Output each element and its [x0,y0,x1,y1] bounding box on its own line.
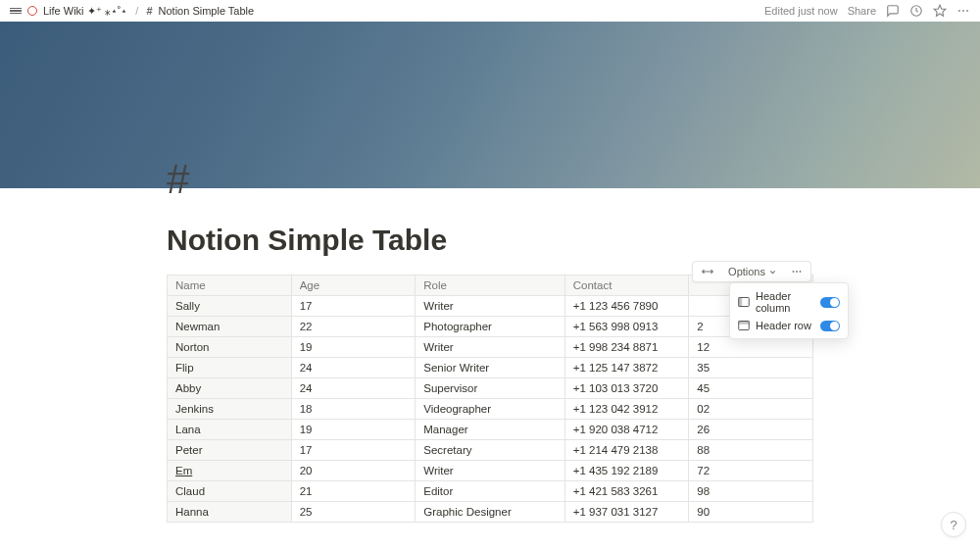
svg-point-6 [796,271,798,273]
edited-status: Edited just now [764,5,838,17]
col-age[interactable]: Age [291,276,416,296]
cell-contact[interactable]: +1 125 147 3872 [564,358,689,378]
svg-point-2 [958,10,960,12]
svg-rect-9 [739,298,742,307]
cell-contact[interactable]: +1 123 456 7890 [564,296,689,317]
table-row[interactable]: Peter17Secretary+1 214 479 213888 [168,440,813,461]
cell-contact[interactable]: +1 421 583 3261 [564,481,689,502]
cell-role[interactable]: Writer [416,296,564,317]
cell-age[interactable]: 24 [291,378,416,399]
table-row[interactable]: Norton19Writer+1 998 234 887112 [168,337,813,358]
cell-role[interactable]: Writer [416,337,564,358]
more-icon[interactable] [956,4,970,18]
cell-role[interactable]: Videographer [416,399,564,420]
cell-contact[interactable]: +1 123 042 3912 [564,399,689,420]
cell-role[interactable]: Manager [416,420,564,440]
col-role[interactable]: Role [416,276,564,296]
table-row[interactable]: Newman22Photographer+1 563 998 09132 [168,317,813,337]
option-header-column-label: Header column [756,290,814,314]
breadcrumb-page[interactable]: Notion Simple Table [159,5,255,17]
cell-age[interactable]: 17 [291,440,416,461]
table-row[interactable]: Lana19Manager+1 920 038 471226 [168,420,813,440]
cell-age[interactable]: 17 [291,296,416,317]
cell-role[interactable]: Photographer [416,317,564,337]
cell-extra[interactable]: 90 [689,502,813,523]
cell-name[interactable]: Hanna [168,502,292,523]
cell-role[interactable]: Graphic Designer [416,502,564,523]
cell-contact[interactable]: +1 920 038 4712 [564,420,689,440]
chevron-down-icon [768,268,777,276]
cell-name[interactable]: Newman [168,317,292,337]
page-title[interactable]: Notion Simple Table [167,188,813,257]
cell-name[interactable]: Jenkins [168,399,292,420]
toggle-header-row[interactable] [820,321,840,331]
table-more-button[interactable] [787,264,807,279]
table-row[interactable]: Sally17Writer+1 123 456 7890 [168,296,813,317]
toggle-header-column[interactable] [820,297,840,308]
cell-extra[interactable]: 88 [689,440,813,461]
table-row[interactable]: Claud21Editor+1 421 583 326198 [168,481,813,502]
cell-contact[interactable]: +1 103 013 3720 [564,378,689,399]
cell-age[interactable]: 25 [291,502,416,523]
cell-extra[interactable]: 12 [689,337,813,358]
menu-icon[interactable] [10,6,22,16]
cell-role[interactable]: Secretary [416,440,564,461]
comments-icon[interactable] [886,4,900,18]
cell-contact[interactable]: +1 998 234 8871 [564,337,689,358]
simple-table[interactable]: Name Age Role Contact Sally17Writer+1 12… [167,275,813,523]
cell-name[interactable]: Claud [168,481,292,502]
svg-point-3 [962,10,964,12]
option-header-row-label: Header row [756,320,814,331]
cell-age[interactable]: 21 [291,481,416,502]
cell-role[interactable]: Editor [416,481,564,502]
page-content: # Notion Simple Table Options Header col… [157,188,823,523]
cell-name[interactable]: Flip [168,358,292,378]
cell-name[interactable]: Em [168,461,292,481]
col-contact[interactable]: Contact [564,276,689,296]
cell-age[interactable]: 19 [291,337,416,358]
table-row[interactable]: Jenkins18Videographer+1 123 042 391202 [168,399,813,420]
table-row[interactable]: Abby24Supervisor+1 103 013 372045 [168,378,813,399]
table-row[interactable]: Flip24Senior Writer+1 125 147 387235 [168,358,813,378]
cell-contact[interactable]: +1 214 479 2138 [564,440,689,461]
cell-extra[interactable]: 02 [689,399,813,420]
cell-extra[interactable]: 26 [689,420,813,440]
table-row[interactable]: Em20Writer+1 435 192 218972 [168,461,813,481]
breadcrumb: Life Wiki ✦⁺ ⁎⋆˚⋆ / # Notion Simple Tabl… [10,5,764,18]
option-header-row[interactable]: Header row [730,317,848,334]
cell-age[interactable]: 22 [291,317,416,337]
cell-age[interactable]: 19 [291,420,416,440]
cell-role[interactable]: Senior Writer [416,358,564,378]
cell-name[interactable]: Lana [168,420,292,440]
options-button[interactable]: Options [724,264,781,279]
fit-width-button[interactable] [697,265,718,278]
cell-role[interactable]: Writer [416,461,564,481]
table-row[interactable]: Hanna25Graphic Designer+1 937 031 312790 [168,502,813,523]
cell-name[interactable]: Sally [168,296,292,317]
help-button[interactable]: ? [941,512,966,537]
cell-role[interactable]: Supervisor [416,378,564,399]
cell-contact[interactable]: +1 435 192 2189 [564,461,689,481]
cell-contact[interactable]: +1 563 998 0913 [564,317,689,337]
page-icon-mini: # [146,5,152,17]
cell-name[interactable]: Norton [168,337,292,358]
favorite-icon[interactable] [933,4,947,18]
share-button[interactable]: Share [848,5,876,17]
cell-extra[interactable]: 98 [689,481,813,502]
page-icon[interactable]: # [167,159,189,200]
cell-age[interactable]: 18 [291,399,416,420]
workspace-icon[interactable] [27,6,37,16]
cell-extra[interactable]: 45 [689,378,813,399]
breadcrumb-workspace[interactable]: Life Wiki ✦⁺ ⁎⋆˚⋆ [43,5,127,18]
cell-age[interactable]: 20 [291,461,416,481]
cell-extra[interactable]: 35 [689,358,813,378]
updates-icon[interactable] [909,4,923,18]
col-name[interactable]: Name [168,276,292,296]
cell-age[interactable]: 24 [291,358,416,378]
cell-name[interactable]: Abby [168,378,292,399]
cell-extra[interactable]: 72 [689,461,813,481]
option-header-column[interactable]: Header column [730,287,848,317]
page-cover[interactable] [0,22,980,188]
cell-name[interactable]: Peter [168,440,292,461]
cell-contact[interactable]: +1 937 031 3127 [564,502,689,523]
